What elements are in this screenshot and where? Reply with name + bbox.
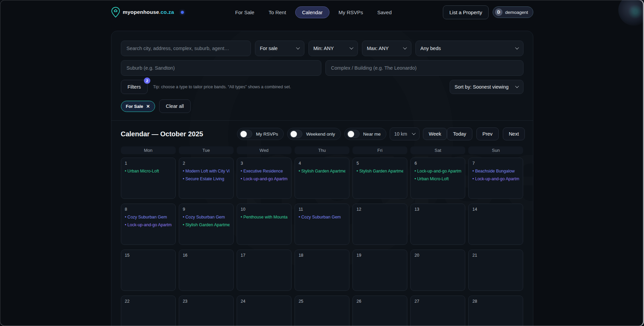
event-cozy-suburban-gem[interactable]: • Cozy Suburban Gem [183, 215, 230, 219]
filter-row-primary: For sale Min: ANY Max: ANY Any beds [121, 41, 523, 56]
event-executive-residence[interactable]: • Executive Residence [241, 169, 287, 173]
calendar-day-cell-14[interactable]: 14 [468, 204, 523, 245]
day-header-mon: Mon [121, 146, 176, 154]
calendar-day-cell-12[interactable]: 12 [352, 204, 407, 245]
property-type-select[interactable]: For sale [255, 41, 304, 56]
day-number: 24 [241, 299, 287, 304]
calendar-day-cell-13[interactable]: 13 [410, 204, 465, 245]
toggle-label: My RSVPs [256, 132, 278, 137]
event-secure-estate-living[interactable]: • Secure Estate Living [183, 177, 230, 181]
for-sale-filter-chip[interactable]: For Sale ✕ [121, 101, 155, 112]
nav-item-saved[interactable]: Saved [372, 6, 397, 18]
event-modern-loft-with-city-vi-[interactable]: • Modern Loft with City Vi… [183, 169, 230, 173]
calendar-day-cell-11[interactable]: 11• Cozy Suburban Gem [295, 204, 349, 245]
property-type-value: For sale [260, 46, 278, 51]
calendar-day-cell-20[interactable]: 20 [410, 250, 465, 291]
top-bar: myopenhouse.co.za For SaleTo RentCalenda… [111, 0, 533, 24]
calendar-day-cell-4[interactable]: 4• Stylish Garden Apartment [295, 158, 349, 199]
day-number: 27 [414, 299, 461, 304]
event-cozy-suburban-gem[interactable]: • Cozy Suburban Gem [299, 215, 345, 219]
toggle-weekend-only[interactable]: Weekend only [287, 128, 341, 140]
day-number: 16 [183, 253, 230, 258]
day-number: 28 [472, 299, 519, 304]
clear-all-button[interactable]: Clear all [159, 99, 191, 113]
toggle-switch[interactable] [239, 130, 252, 138]
calendar-day-cell-28[interactable]: 28 [468, 296, 523, 326]
suburb-input[interactable] [121, 60, 321, 76]
corner-glow-decoration [618, 0, 644, 26]
nav-item-calendar[interactable]: Calendar [295, 6, 329, 18]
toggle-label: Weekend only [306, 132, 335, 137]
calendar-day-cell-16[interactable]: 16 [179, 250, 234, 291]
section-divider [111, 120, 533, 121]
calendar-day-cell-3[interactable]: 3• Executive Residence• Lock-up-and-go A… [237, 158, 292, 199]
prev-button[interactable]: Prev [476, 127, 499, 140]
sort-select[interactable]: Sort by: Soonest viewing [450, 80, 523, 94]
list-a-property-button[interactable]: List a Property [443, 5, 489, 19]
event-urban-micro-loft[interactable]: • Urban Micro-Loft [125, 169, 172, 173]
chevron-down-icon [412, 131, 416, 135]
event-lock-up-and-go-apartm-[interactable]: • Lock-up-and-go Apartm… [241, 177, 287, 181]
calendar-day-cell-10[interactable]: 10• Penthouse with Mountai… [237, 204, 292, 245]
beds-select[interactable]: Any beds [415, 41, 523, 56]
calendar-day-cell-7[interactable]: 7• Beachside Bungalow• Lock-up-and-go Ap… [468, 158, 523, 199]
filters-button[interactable]: Filters 2 [121, 80, 148, 94]
calendar-day-cell-17[interactable]: 17 [237, 250, 292, 291]
next-button[interactable]: Next [503, 127, 525, 140]
event-lock-up-and-go-apartm-[interactable]: • Lock-up-and-go Apartm… [472, 177, 519, 181]
map-pin-house-icon [111, 7, 120, 18]
agent-account-pill[interactable]: D demoagent [493, 6, 533, 18]
calendar-day-cell-5[interactable]: 5• Stylish Garden Apartment [352, 158, 407, 199]
min-price-select[interactable]: Min: ANY [308, 41, 358, 56]
calendar-day-cell-19[interactable]: 19 [352, 250, 407, 291]
calendar-day-cell-1[interactable]: 1• Urban Micro-Loft [121, 158, 176, 199]
nav-item-to-rent[interactable]: To Rent [263, 6, 291, 18]
agent-avatar: D [495, 8, 502, 16]
calendar-day-cell-2[interactable]: 2• Modern Loft with City Vi…• Secure Est… [179, 158, 234, 199]
search-input[interactable] [121, 41, 251, 56]
event-stylish-garden-apartment[interactable]: • Stylish Garden Apartment [183, 223, 230, 227]
calendar-day-cell-22[interactable]: 22 [121, 296, 176, 326]
filter-tip-text: Tip: choose a type to tailor price bands… [153, 85, 291, 89]
max-price-select[interactable]: Max: ANY [362, 41, 411, 56]
calendar-grid: 1• Urban Micro-Loft2• Modern Loft with C… [121, 158, 523, 326]
brand-logo[interactable]: myopenhouse.co.za [111, 7, 184, 18]
week-view-button[interactable]: Week [423, 128, 447, 140]
calendar-day-cell-25[interactable]: 25 [295, 296, 349, 326]
calendar-day-cell-15[interactable]: 15 [121, 250, 176, 291]
event-stylish-garden-apartment[interactable]: • Stylish Garden Apartment [357, 169, 403, 173]
nav-item-my-rsvps[interactable]: My RSVPs [334, 6, 368, 18]
toggle-my-rsvps[interactable]: My RSVPs [237, 128, 284, 140]
event-urban-micro-loft[interactable]: • Urban Micro-Loft [414, 177, 461, 181]
calendar-day-cell-21[interactable]: 21 [468, 250, 523, 291]
day-number: 7 [472, 161, 519, 166]
toggle-switch[interactable] [289, 130, 302, 138]
event-penthouse-with-mountai-[interactable]: • Penthouse with Mountai… [241, 215, 287, 219]
calendar-day-cell-24[interactable]: 24 [237, 296, 292, 326]
event-cozy-suburban-gem[interactable]: • Cozy Suburban Gem [125, 215, 172, 219]
calendar-day-cell-23[interactable]: 23 [179, 296, 234, 326]
radius-select[interactable]: 10 km [390, 127, 420, 140]
day-number: 3 [241, 161, 287, 166]
calendar-day-cell-6[interactable]: 6• Lock-up-and-go Apartm…• Urban Micro-L… [410, 158, 465, 199]
calendar-day-cell-18[interactable]: 18 [295, 250, 349, 291]
calendar-day-cell-8[interactable]: 8• Cozy Suburban Gem• Lock-up-and-go Apa… [121, 204, 176, 245]
calendar-day-cell-27[interactable]: 27 [410, 296, 465, 326]
agent-name: demoagent [505, 10, 528, 15]
event-lock-up-and-go-apartm-[interactable]: • Lock-up-and-go Apartm… [125, 223, 172, 227]
event-stylish-garden-apartment[interactable]: • Stylish Garden Apartment [299, 169, 345, 173]
nav-item-for-sale[interactable]: For Sale [230, 6, 259, 18]
today-button[interactable]: Today [447, 127, 472, 140]
close-icon[interactable]: ✕ [146, 104, 150, 109]
chevron-down-icon [296, 45, 300, 49]
event-lock-up-and-go-apartm-[interactable]: • Lock-up-and-go Apartm… [414, 169, 461, 173]
filters-button-label: Filters [128, 84, 141, 90]
toggle-switch[interactable] [347, 130, 360, 138]
calendar-day-cell-9[interactable]: 9• Cozy Suburban Gem• Stylish Garden Apa… [179, 204, 234, 245]
toggle-near-me[interactable]: Near me [344, 128, 387, 140]
day-number: 8 [125, 207, 172, 212]
event-beachside-bungalow[interactable]: • Beachside Bungalow [472, 169, 519, 173]
day-header-wed: Wed [237, 146, 292, 154]
calendar-day-cell-26[interactable]: 26 [352, 296, 407, 326]
complex-input[interactable] [325, 60, 523, 76]
